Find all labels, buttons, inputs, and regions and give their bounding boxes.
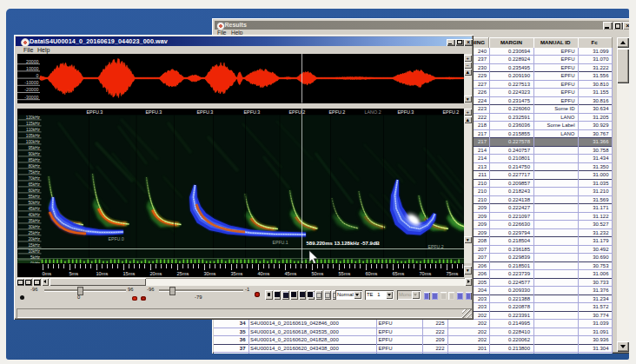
svg-text:25kHz: 25kHz xyxy=(28,230,40,235)
svg-text:EPFU.1: EPFU.1 xyxy=(272,239,288,244)
svg-text:5kHz: 5kHz xyxy=(30,255,41,259)
svg-text:-30000: -30000 xyxy=(24,95,38,100)
svg-text:100kHz: 100kHz xyxy=(25,139,40,143)
svg-text:110kHz: 110kHz xyxy=(26,127,41,131)
svg-text:115kHz: 115kHz xyxy=(26,121,41,125)
svg-text:120kHz: 120kHz xyxy=(25,115,40,119)
svg-text:45kHz: 45kHz xyxy=(28,206,40,210)
svg-text:LANO.2: LANO.2 xyxy=(364,109,381,115)
svg-text:EPFU.3: EPFU.3 xyxy=(397,109,414,115)
svg-text:65kHz: 65kHz xyxy=(28,182,40,186)
svg-text:80kHz: 80kHz xyxy=(28,163,40,168)
svg-text:20kHz: 20kHz xyxy=(28,236,40,241)
svg-text:85kHz: 85kHz xyxy=(28,157,40,162)
svg-text:EPFU.2: EPFU.2 xyxy=(288,109,305,115)
svg-text:EPFU.3: EPFU.3 xyxy=(145,109,162,115)
svg-text:-10000: -10000 xyxy=(24,80,38,85)
svg-text:90kHz: 90kHz xyxy=(28,151,40,156)
svg-text:15kHz: 15kHz xyxy=(28,242,40,247)
svg-text:EPFU.3: EPFU.3 xyxy=(86,109,103,115)
svg-text:105kHz: 105kHz xyxy=(25,133,40,137)
svg-text:50kHz: 50kHz xyxy=(28,200,40,204)
svg-text:75kHz: 75kHz xyxy=(28,169,40,174)
svg-text:EPFU.2: EPFU.2 xyxy=(427,243,443,248)
svg-text:40kHz: 40kHz xyxy=(28,212,40,216)
svg-text:EPFU.2: EPFU.2 xyxy=(442,109,459,115)
svg-text:EPFU.3: EPFU.3 xyxy=(243,109,260,115)
svg-text:589.220ms 13.128kHz -57.9dB: 589.220ms 13.128kHz -57.9dB xyxy=(306,240,380,245)
svg-text:70kHz: 70kHz xyxy=(28,175,40,180)
svg-text:EPFU.0: EPFU.0 xyxy=(108,235,123,241)
svg-text:30kHz: 30kHz xyxy=(28,224,40,228)
svg-text:20000: 20000 xyxy=(26,59,39,64)
svg-text:35kHz: 35kHz xyxy=(28,218,40,222)
svg-text:95kHz: 95kHz xyxy=(28,145,40,149)
svg-text:EPFU.3: EPFU.3 xyxy=(196,109,213,115)
svg-text:10000: 10000 xyxy=(26,66,39,71)
svg-text:0: 0 xyxy=(36,73,38,78)
svg-text:60kHz: 60kHz xyxy=(28,188,40,192)
svg-text:EPFU.2: EPFU.2 xyxy=(328,109,345,115)
svg-text:55kHz: 55kHz xyxy=(28,194,40,198)
svg-text:10kHz: 10kHz xyxy=(28,248,40,253)
svg-text:-20000: -20000 xyxy=(24,87,38,92)
